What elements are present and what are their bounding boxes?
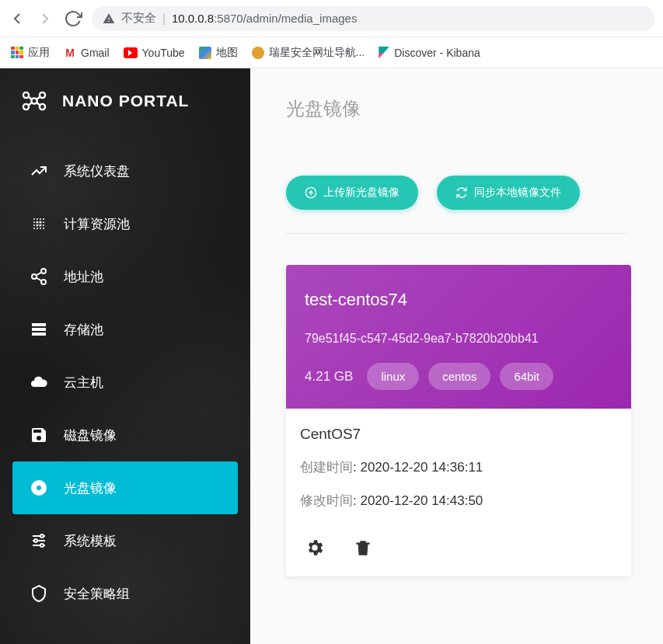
- brand-icon: [20, 87, 48, 115]
- svg-point-17: [33, 228, 35, 229]
- maps-icon: [199, 47, 211, 59]
- bookmarks-bar: 应用 M Gmail YouTube 地图 瑞星安全网址导航... Discov…: [0, 37, 663, 68]
- gmail-icon: M: [64, 47, 76, 59]
- modified-line: 修改时间: 2020-12-20 14:43:50: [300, 492, 617, 510]
- svg-point-20: [43, 228, 44, 229]
- bookmark-kibana[interactable]: Discover - Kibana: [379, 47, 480, 59]
- sidebar-item-label: 存储池: [64, 321, 103, 339]
- svg-point-8: [43, 218, 44, 220]
- forward-button[interactable]: [36, 9, 54, 28]
- sidebar-item-storage-pool[interactable]: 存储池: [12, 303, 238, 356]
- svg-point-2: [23, 104, 29, 110]
- sync-button[interactable]: 同步本地镜像文件: [437, 176, 580, 210]
- sidebar-item-label: 系统模板: [64, 532, 117, 550]
- card-header: test-centos74 79e51f45-c547-45d2-9ea7-b7…: [286, 265, 631, 409]
- svg-point-27: [40, 534, 44, 538]
- share-icon: [30, 267, 48, 286]
- sidebar-item-label: 磁盘镜像: [64, 426, 117, 444]
- svg-point-14: [36, 224, 38, 226]
- card-os: CentOS7: [300, 426, 617, 443]
- bookmark-youtube[interactable]: YouTube: [124, 47, 185, 59]
- browser-nav-bar: 不安全 | 10.0.0.8:5870/admin/media_images: [0, 0, 663, 37]
- sidebar-item-cd-image[interactable]: 光盘镜像: [12, 461, 238, 514]
- svg-point-0: [23, 92, 29, 98]
- card-size: 4.21 GB: [305, 369, 353, 385]
- svg-point-12: [43, 221, 44, 223]
- disc-icon: [30, 479, 48, 497]
- sidebar-item-label: 安全策略组: [64, 585, 130, 603]
- svg-point-10: [36, 221, 38, 223]
- main-content: 光盘镜像 上传新光盘镜像 同步本地镜像文件 test-centos74 79e5…: [250, 68, 663, 644]
- svg-point-16: [43, 225, 44, 226]
- bookmark-gmail[interactable]: M Gmail: [64, 47, 110, 59]
- svg-point-1: [40, 92, 45, 98]
- dashboard-icon: [30, 162, 48, 180]
- blur-icon: [30, 214, 48, 233]
- kibana-icon: [379, 47, 389, 59]
- upload-button[interactable]: 上传新光盘镜像: [286, 176, 418, 210]
- svg-point-22: [32, 274, 37, 279]
- svg-rect-26: [32, 332, 46, 336]
- svg-rect-24: [32, 323, 46, 326]
- svg-rect-25: [32, 328, 46, 331]
- insecure-icon: [103, 12, 115, 25]
- bookmark-ruixing[interactable]: 瑞星安全网址导航...: [252, 46, 365, 60]
- brand-title: NANO PORTAL: [62, 92, 189, 110]
- created-line: 创建时间: 2020-12-20 14:36:11: [300, 458, 617, 476]
- sidebar-item-label: 系统仪表盘: [64, 162, 130, 180]
- security-icon: [252, 47, 264, 59]
- svg-point-4: [31, 98, 37, 103]
- shield-icon: [30, 584, 48, 603]
- card-uuid: 79e51f45-c547-45d2-9ea7-b7820b20bb41: [305, 332, 612, 346]
- svg-point-28: [34, 539, 37, 542]
- tag-chip: 64bit: [500, 363, 553, 390]
- svg-point-23: [41, 280, 46, 284]
- svg-point-11: [39, 221, 41, 223]
- sidebar-item-dashboard[interactable]: 系统仪表盘: [12, 144, 238, 197]
- settings-button[interactable]: [305, 538, 325, 558]
- action-row: 上传新光盘镜像 同步本地镜像文件: [286, 176, 627, 234]
- card-title: test-centos74: [305, 290, 612, 310]
- apps-icon: [11, 47, 23, 59]
- address-bar[interactable]: 不安全 | 10.0.0.8:5870/admin/media_images: [92, 6, 655, 31]
- sidebar-item-security[interactable]: 安全策略组: [12, 567, 238, 620]
- reload-button[interactable]: [64, 9, 82, 28]
- sidebar-item-vm[interactable]: 云主机: [12, 356, 238, 409]
- sidebar-item-template[interactable]: 系统模板: [12, 514, 238, 567]
- svg-point-15: [39, 224, 41, 226]
- page-title: 光盘镜像: [286, 96, 627, 121]
- svg-point-21: [41, 269, 46, 273]
- tune-icon: [30, 531, 48, 550]
- youtube-icon: [124, 47, 138, 58]
- svg-point-5: [33, 218, 35, 220]
- brand[interactable]: NANO PORTAL: [0, 68, 250, 134]
- svg-point-13: [33, 225, 35, 226]
- upload-icon: [305, 186, 317, 199]
- svg-point-3: [40, 104, 45, 110]
- svg-point-18: [37, 228, 38, 229]
- tag-chip: centos: [428, 363, 490, 390]
- back-button[interactable]: [8, 9, 26, 28]
- storage-icon: [30, 320, 48, 339]
- insecure-label: 不安全: [121, 11, 156, 26]
- sidebar-item-address-pool[interactable]: 地址池: [12, 250, 238, 303]
- sidebar-item-disk-image[interactable]: 磁盘镜像: [12, 409, 238, 461]
- svg-point-7: [40, 218, 41, 220]
- cloud-icon: [30, 373, 48, 392]
- delete-button[interactable]: [353, 538, 373, 558]
- sidebar-item-label: 计算资源池: [64, 215, 130, 233]
- svg-point-6: [37, 218, 38, 220]
- save-icon: [30, 426, 48, 444]
- sync-icon: [455, 186, 468, 199]
- svg-point-19: [40, 228, 41, 229]
- card-footer: [286, 533, 631, 576]
- url: 10.0.0.8:5870/admin/media_images: [172, 12, 358, 25]
- tag-chip: linux: [367, 363, 419, 390]
- image-card: test-centos74 79e51f45-c547-45d2-9ea7-b7…: [286, 265, 631, 576]
- bookmark-maps[interactable]: 地图: [199, 46, 238, 60]
- svg-point-29: [40, 544, 44, 547]
- bookmark-apps[interactable]: 应用: [11, 46, 50, 60]
- sidebar-item-compute[interactable]: 计算资源池: [12, 197, 238, 250]
- sidebar-item-label: 地址池: [64, 268, 103, 286]
- svg-point-9: [33, 221, 35, 223]
